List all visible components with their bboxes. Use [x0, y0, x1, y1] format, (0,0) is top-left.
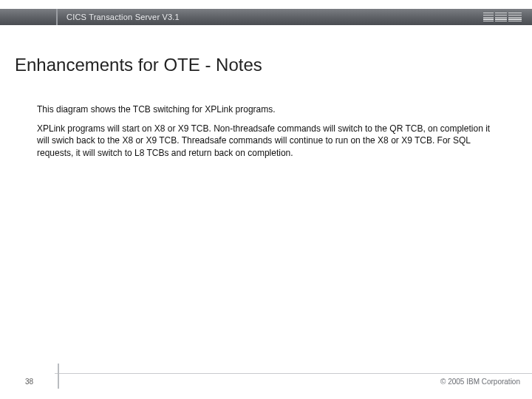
page-number: 38: [25, 378, 33, 386]
header-bar: CICS Transaction Server V3.1: [0, 9, 532, 25]
footer: 38 © 2005 IBM Corporation: [0, 371, 532, 389]
slide: CICS Transaction Server V3.1 Enhancement…: [0, 0, 532, 399]
header-accent-block: [0, 9, 58, 25]
footer-rule-vertical: [58, 364, 59, 389]
paragraph-1: This diagram shows the TCB switching for…: [37, 103, 502, 115]
ibm-logo-bars: [483, 13, 522, 21]
header-title: CICS Transaction Server V3.1: [58, 13, 180, 21]
ibm-logo-icon: [483, 13, 522, 21]
body-text: This diagram shows the TCB switching for…: [37, 103, 502, 166]
copyright-text: © 2005 IBM Corporation: [440, 378, 520, 386]
footer-rule: [55, 373, 532, 374]
paragraph-2: XPLink programs will start on X8 or X9 T…: [37, 123, 502, 159]
slide-title: Enhancements for OTE - Notes: [15, 55, 262, 75]
